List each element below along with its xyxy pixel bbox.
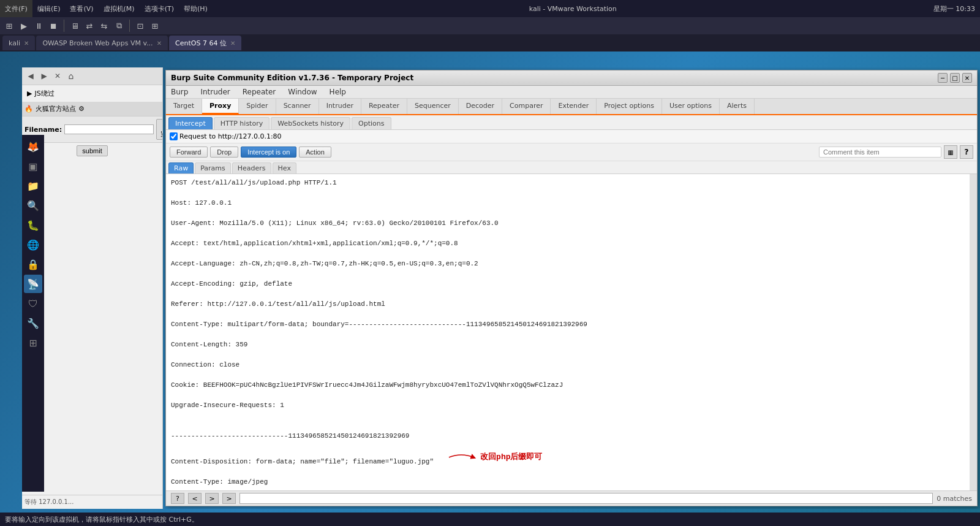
- tab-intruder[interactable]: Intruder: [319, 99, 361, 114]
- sub-tab-ws-history[interactable]: WebSockets history: [271, 117, 350, 129]
- sub-tab-http-history[interactable]: HTTP history: [214, 117, 270, 129]
- home-button[interactable]: ⌂: [65, 70, 77, 82]
- tab-repeater[interactable]: Repeater: [361, 99, 407, 114]
- search-input[interactable]: [239, 493, 933, 504]
- vmware-icon5[interactable]: 🖥: [68, 19, 81, 32]
- sub-tab-options[interactable]: Options: [352, 117, 391, 129]
- vmware-icon1[interactable]: ⊞: [2, 19, 16, 32]
- burp-menu-window[interactable]: Window: [285, 87, 319, 97]
- stop-button[interactable]: ✕: [51, 70, 64, 82]
- filename-label: Filename:: [24, 126, 62, 134]
- vmware-icon3[interactable]: ⏸: [32, 19, 45, 32]
- burp-menu-repeater[interactable]: Repeater: [240, 87, 279, 97]
- bottom-next2-button[interactable]: >: [222, 493, 236, 504]
- toolbar-icons: ⊞ ▶ ⏸ ⏹ 🖥 ⇄ ⇆ ⧉ ⊡ ⊞: [0, 19, 164, 32]
- minimize-button[interactable]: ─: [938, 73, 948, 83]
- bottom-next-button[interactable]: >: [205, 493, 219, 504]
- tab-alerts[interactable]: Alerts: [720, 99, 755, 114]
- taskbar-second: ⊞ ▶ ⏸ ⏹ 🖥 ⇄ ⇆ ⧉ ⊡ ⊞: [0, 17, 980, 34]
- tab-scanner[interactable]: Scanner: [276, 99, 319, 114]
- content-tab-raw[interactable]: Raw: [168, 162, 194, 173]
- drop-button[interactable]: Drop: [210, 147, 238, 158]
- burp-title-controls: ─ □ ✕: [938, 73, 972, 83]
- intercept-on-button[interactable]: Intercept is on: [241, 147, 296, 158]
- taskbar-file[interactable]: 文件(F): [0, 0, 32, 17]
- tab-proxy[interactable]: Proxy: [202, 99, 239, 114]
- bottom-prev-button[interactable]: <: [188, 493, 202, 504]
- intercept-url: Request to http://127.0.0.1:80: [179, 132, 282, 140]
- taskbar-vm[interactable]: 虚拟机(M): [99, 0, 140, 17]
- sidebar-icon-apps[interactable]: ⊞: [24, 334, 42, 352]
- request-body[interactable]: POST /test/all/all/js/upload.php HTTP/1.…: [166, 174, 977, 490]
- forward-button[interactable]: Forward: [170, 147, 208, 158]
- vmware-icon2[interactable]: ▶: [17, 19, 31, 32]
- browser-tab-owasp[interactable]: OWASP Broken Web Apps VM v... ✕: [36, 36, 168, 50]
- site-bar: 🔥 火狐官方站点 ⚙: [22, 102, 162, 116]
- sidebar-icon-shield[interactable]: 🛡: [24, 294, 42, 313]
- kali-tab-close[interactable]: ✕: [24, 40, 29, 47]
- burp-window: Burp Suite Community Edition v1.7.36 - T…: [165, 70, 978, 506]
- taskbar-help[interactable]: 帮助(H): [179, 0, 213, 17]
- triangle-icon: ▶: [27, 90, 32, 97]
- sidebar-icon-magnify[interactable]: 🔍: [24, 196, 42, 215]
- burp-menu-intruder[interactable]: Intruder: [198, 87, 232, 97]
- tab-sequencer[interactable]: Sequencer: [407, 99, 459, 114]
- settings-icon[interactable]: ⚙: [78, 105, 85, 113]
- sidebar-icon-network[interactable]: 🌐: [24, 235, 42, 254]
- js-label-text: JS绕过: [34, 89, 54, 98]
- content-tab-params[interactable]: Params: [195, 162, 231, 173]
- tab-comparer[interactable]: Comparer: [502, 99, 551, 114]
- tab-spider[interactable]: Spider: [239, 99, 276, 114]
- forward-button[interactable]: ▶: [38, 70, 50, 82]
- taskbar-edit[interactable]: 编辑(E): [32, 0, 66, 17]
- sidebar-icon-lock[interactable]: 🔒: [24, 255, 42, 273]
- browser-tab-centos[interactable]: CentOS 7 64 位 ✕: [169, 36, 241, 50]
- browser-tab-kali[interactable]: kali ✕: [2, 36, 35, 50]
- vmware-icon9[interactable]: ⊡: [134, 19, 147, 32]
- tab-target[interactable]: Target: [166, 99, 202, 114]
- burp-menu-help[interactable]: Help: [327, 87, 349, 97]
- submit-button[interactable]: submit: [77, 145, 107, 156]
- burp-sub-tabs: Intercept HTTP history WebSockets histor…: [166, 115, 977, 130]
- js-label[interactable]: ▶ JS绕过: [24, 88, 160, 99]
- burp-menu-burp[interactable]: Burp: [168, 87, 190, 97]
- vmware-icon8[interactable]: ⧉: [112, 19, 126, 32]
- sidebar-icon-wifi[interactable]: 📡: [24, 275, 42, 293]
- vmware-icon7[interactable]: ⇆: [97, 19, 111, 32]
- close-button[interactable]: ✕: [962, 73, 972, 83]
- owasp-tab-close[interactable]: ✕: [157, 40, 162, 47]
- vmware-icon10[interactable]: ⊞: [148, 19, 162, 32]
- taskbar-tab[interactable]: 选项卡(T): [140, 0, 179, 17]
- content-tab-hex[interactable]: Hex: [273, 162, 296, 173]
- tab-project-options[interactable]: Project options: [597, 99, 662, 114]
- centos-tab-close[interactable]: ✕: [230, 40, 235, 47]
- sidebar-icon-browser[interactable]: 🦊: [24, 137, 42, 156]
- sidebar-icon-files[interactable]: 📁: [24, 177, 42, 195]
- vmware-icon6[interactable]: ⇄: [83, 19, 96, 32]
- action-bar: Forward Drop Intercept is on Action ▦ ?: [166, 143, 977, 161]
- comment-input[interactable]: [819, 147, 941, 158]
- content-tab-headers[interactable]: Headers: [232, 162, 271, 173]
- bottom-help-button[interactable]: ?: [171, 493, 184, 504]
- help-button[interactable]: ?: [960, 145, 973, 159]
- sidebar-icon-bug[interactable]: 🐛: [24, 216, 42, 234]
- sidebar-icon-terminal[interactable]: ▣: [24, 157, 42, 175]
- action-button[interactable]: Action: [299, 147, 331, 158]
- sub-tab-intercept[interactable]: Intercept: [168, 117, 213, 129]
- color-picker-button[interactable]: ▦: [944, 145, 957, 159]
- burp-title-bar: Burp Suite Community Edition v1.7.36 - T…: [166, 71, 977, 86]
- tab-extender[interactable]: Extender: [551, 99, 597, 114]
- vmware-icon4[interactable]: ⏹: [47, 19, 60, 32]
- maximize-button[interactable]: □: [950, 73, 960, 83]
- back-button[interactable]: ◀: [24, 70, 37, 82]
- annotation-arrow-svg: [446, 451, 477, 463]
- sidebar-icon-tools[interactable]: 🔧: [24, 314, 42, 332]
- scrollbar[interactable]: [970, 174, 977, 490]
- filename-input[interactable]: [64, 124, 154, 134]
- intercept-checkbox[interactable]: Request to http://127.0.0.1:80: [170, 132, 282, 140]
- tab-user-options[interactable]: User options: [662, 99, 720, 114]
- taskbar-view[interactable]: 查看(V): [65, 0, 98, 17]
- browse-button[interactable]: 浏览...: [156, 119, 163, 140]
- intercept-check-input[interactable]: [170, 132, 178, 140]
- tab-decoder[interactable]: Decoder: [459, 99, 502, 114]
